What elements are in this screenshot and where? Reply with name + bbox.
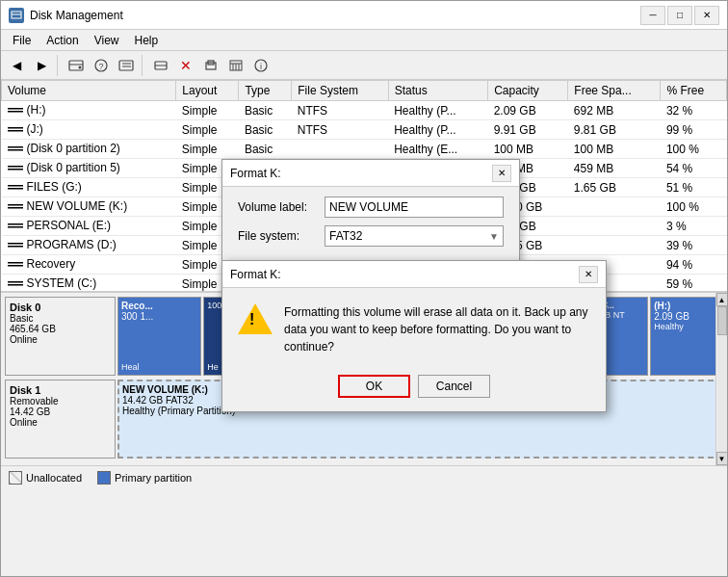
main-window: Disk Management ─ □ ✕ File Action View H… xyxy=(0,0,728,577)
volume-label-label: Volume label: xyxy=(238,200,325,214)
volume-label-input[interactable] xyxy=(325,197,504,218)
confirm-buttons: OK Cancel xyxy=(222,371,606,411)
modal-overlay: Format K: ✕ Volume label: File system: F… xyxy=(0,0,728,577)
confirm-body: Formatting this volume will erase all da… xyxy=(222,288,606,371)
confirm-dialog: Format K: ✕ Formatting this volume will … xyxy=(221,260,607,412)
format-dialog-title: Format K: xyxy=(230,167,492,180)
format-dialog-close[interactable]: ✕ xyxy=(492,165,511,182)
confirm-close-button[interactable]: ✕ xyxy=(579,266,598,283)
volume-label-row: Volume label: xyxy=(238,197,504,218)
fs-value: FAT32 xyxy=(329,229,362,243)
confirm-ok-button[interactable]: OK xyxy=(338,375,410,398)
format-dialog-titlebar: Format K: ✕ xyxy=(222,160,519,187)
fs-row: File system: FAT32 ▼ xyxy=(238,225,504,247)
warning-icon xyxy=(238,303,273,338)
fs-select[interactable]: FAT32 ▼ xyxy=(325,225,504,247)
confirm-titlebar: Format K: ✕ xyxy=(222,261,606,288)
format-dialog-content: Volume label: File system: FAT32 ▼ xyxy=(222,187,519,264)
warning-triangle xyxy=(238,303,273,334)
confirm-cancel-button[interactable]: Cancel xyxy=(418,375,490,398)
fs-label: File system: xyxy=(238,229,325,243)
fs-arrow: ▼ xyxy=(489,231,499,242)
confirm-message: Formatting this volume will erase all da… xyxy=(284,303,590,355)
confirm-title: Format K: xyxy=(230,268,579,281)
